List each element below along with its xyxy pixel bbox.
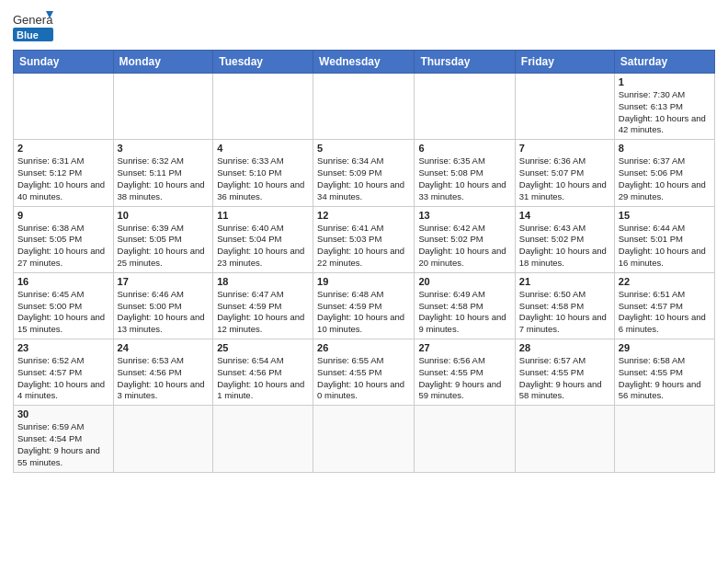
logo: General Blue [13,9,53,44]
table-cell: 19Sunrise: 6:48 AM Sunset: 4:59 PM Dayli… [313,272,415,339]
day-info: Sunrise: 6:31 AM Sunset: 5:12 PM Dayligh… [17,155,109,202]
table-cell [614,406,714,472]
table-cell [415,74,515,140]
day-number: 5 [317,143,410,154]
day-info: Sunrise: 6:55 AM Sunset: 4:55 PM Dayligh… [317,355,410,402]
day-info: Sunrise: 6:45 AM Sunset: 5:00 PM Dayligh… [17,289,109,336]
day-info: Sunrise: 6:34 AM Sunset: 5:09 PM Dayligh… [317,155,410,202]
col-thursday: Thursday [415,51,515,74]
table-cell: 6Sunrise: 6:35 AM Sunset: 5:08 PM Daylig… [415,140,515,206]
day-info: Sunrise: 6:56 AM Sunset: 4:55 PM Dayligh… [418,355,510,402]
day-number: 21 [519,276,610,287]
table-cell: 5Sunrise: 6:34 AM Sunset: 5:09 PM Daylig… [313,140,415,206]
table-cell: 15Sunrise: 6:44 AM Sunset: 5:01 PM Dayli… [614,206,714,272]
table-cell: 3Sunrise: 6:32 AM Sunset: 5:11 PM Daylig… [113,140,213,206]
table-cell: 26Sunrise: 6:55 AM Sunset: 4:55 PM Dayli… [313,339,415,406]
day-number: 11 [217,210,309,221]
day-number: 13 [418,210,510,221]
table-cell: 29Sunrise: 6:58 AM Sunset: 4:55 PM Dayli… [614,339,714,406]
day-number: 30 [17,408,109,419]
day-number: 8 [619,143,711,154]
col-wednesday: Wednesday [313,51,415,74]
day-number: 2 [17,143,109,154]
day-number: 16 [17,276,109,287]
day-number: 25 [217,342,309,353]
day-number: 12 [317,210,410,221]
table-cell: 16Sunrise: 6:45 AM Sunset: 5:00 PM Dayli… [14,272,114,339]
day-info: Sunrise: 6:49 AM Sunset: 4:58 PM Dayligh… [418,289,510,336]
day-info: Sunrise: 6:36 AM Sunset: 5:07 PM Dayligh… [519,155,610,202]
table-cell [313,74,415,140]
day-number: 24 [118,342,210,353]
day-number: 4 [217,143,309,154]
day-info: Sunrise: 6:32 AM Sunset: 5:11 PM Dayligh… [118,155,210,202]
table-cell: 1Sunrise: 7:30 AM Sunset: 6:13 PM Daylig… [614,74,714,140]
table-cell: 20Sunrise: 6:49 AM Sunset: 4:58 PM Dayli… [415,272,515,339]
day-number: 29 [619,342,711,353]
table-cell [313,406,415,472]
day-number: 7 [519,143,610,154]
calendar-row: 30Sunrise: 6:59 AM Sunset: 4:54 PM Dayli… [14,406,715,472]
day-info: Sunrise: 6:57 AM Sunset: 4:55 PM Dayligh… [519,355,610,402]
header: General Blue [13,9,715,44]
table-cell: 2Sunrise: 6:31 AM Sunset: 5:12 PM Daylig… [14,140,114,206]
col-monday: Monday [113,51,213,74]
day-info: Sunrise: 6:40 AM Sunset: 5:04 PM Dayligh… [217,223,309,270]
day-number: 15 [619,210,711,221]
day-info: Sunrise: 6:43 AM Sunset: 5:02 PM Dayligh… [519,223,610,270]
day-number: 22 [619,276,711,287]
day-info: Sunrise: 6:37 AM Sunset: 5:06 PM Dayligh… [619,155,711,202]
day-info: Sunrise: 6:54 AM Sunset: 4:56 PM Dayligh… [217,355,309,402]
day-info: Sunrise: 6:35 AM Sunset: 5:08 PM Dayligh… [418,155,510,202]
page: General Blue Sunday Monday Tuesday Wedne… [0,0,728,563]
table-cell [415,406,515,472]
day-info: Sunrise: 6:44 AM Sunset: 5:01 PM Dayligh… [619,223,711,270]
day-number: 1 [619,76,711,87]
day-info: Sunrise: 6:46 AM Sunset: 5:00 PM Dayligh… [118,289,210,336]
table-cell [113,406,213,472]
day-info: Sunrise: 6:47 AM Sunset: 4:59 PM Dayligh… [217,289,309,336]
calendar-header-row: Sunday Monday Tuesday Wednesday Thursday… [14,51,715,74]
day-info: Sunrise: 6:51 AM Sunset: 4:57 PM Dayligh… [619,289,711,336]
table-cell: 11Sunrise: 6:40 AM Sunset: 5:04 PM Dayli… [213,206,313,272]
day-number: 14 [519,210,610,221]
calendar-row: 23Sunrise: 6:52 AM Sunset: 4:57 PM Dayli… [14,339,715,406]
table-cell: 27Sunrise: 6:56 AM Sunset: 4:55 PM Dayli… [415,339,515,406]
table-cell [213,406,313,472]
day-number: 17 [118,276,210,287]
generalblue-logo-icon: General Blue [13,9,53,44]
day-number: 9 [17,210,109,221]
table-cell: 21Sunrise: 6:50 AM Sunset: 4:58 PM Dayli… [515,272,614,339]
day-info: Sunrise: 6:39 AM Sunset: 5:05 PM Dayligh… [118,223,210,270]
table-cell: 18Sunrise: 6:47 AM Sunset: 4:59 PM Dayli… [213,272,313,339]
table-cell: 14Sunrise: 6:43 AM Sunset: 5:02 PM Dayli… [515,206,614,272]
day-info: Sunrise: 6:59 AM Sunset: 4:54 PM Dayligh… [17,421,109,468]
col-friday: Friday [515,51,614,74]
calendar-row: 1Sunrise: 7:30 AM Sunset: 6:13 PM Daylig… [14,74,715,140]
calendar-row: 9Sunrise: 6:38 AM Sunset: 5:05 PM Daylig… [14,206,715,272]
day-number: 19 [317,276,410,287]
day-info: Sunrise: 6:33 AM Sunset: 5:10 PM Dayligh… [217,155,309,202]
table-cell: 22Sunrise: 6:51 AM Sunset: 4:57 PM Dayli… [614,272,714,339]
day-info: Sunrise: 6:58 AM Sunset: 4:55 PM Dayligh… [619,355,711,402]
table-cell: 7Sunrise: 6:36 AM Sunset: 5:07 PM Daylig… [515,140,614,206]
day-info: Sunrise: 6:41 AM Sunset: 5:03 PM Dayligh… [317,223,410,270]
table-cell [515,74,614,140]
table-cell: 30Sunrise: 6:59 AM Sunset: 4:54 PM Dayli… [14,406,114,472]
table-cell: 8Sunrise: 6:37 AM Sunset: 5:06 PM Daylig… [614,140,714,206]
day-number: 10 [118,210,210,221]
day-info: Sunrise: 6:48 AM Sunset: 4:59 PM Dayligh… [317,289,410,336]
table-cell [14,74,114,140]
col-tuesday: Tuesday [213,51,313,74]
calendar-table: Sunday Monday Tuesday Wednesday Thursday… [13,50,715,473]
calendar-row: 2Sunrise: 6:31 AM Sunset: 5:12 PM Daylig… [14,140,715,206]
table-cell: 13Sunrise: 6:42 AM Sunset: 5:02 PM Dayli… [415,206,515,272]
day-number: 6 [418,143,510,154]
table-cell: 9Sunrise: 6:38 AM Sunset: 5:05 PM Daylig… [14,206,114,272]
day-number: 3 [118,143,210,154]
calendar-row: 16Sunrise: 6:45 AM Sunset: 5:00 PM Dayli… [14,272,715,339]
day-info: Sunrise: 6:53 AM Sunset: 4:56 PM Dayligh… [118,355,210,402]
day-number: 20 [418,276,510,287]
day-info: Sunrise: 6:38 AM Sunset: 5:05 PM Dayligh… [17,223,109,270]
table-cell: 24Sunrise: 6:53 AM Sunset: 4:56 PM Dayli… [113,339,213,406]
